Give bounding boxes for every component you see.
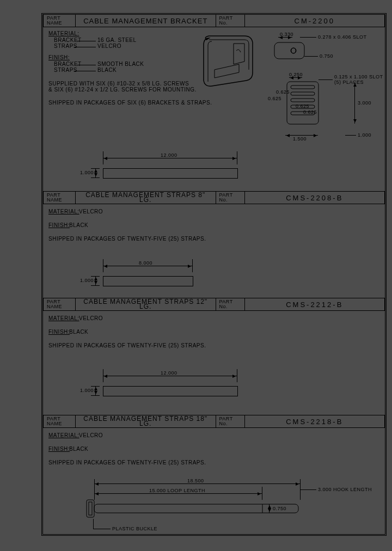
strap-rect: [103, 168, 238, 179]
finish-label: FINISH:: [48, 329, 70, 335]
part-number: CM-2200: [245, 15, 385, 27]
straps-label: STRAPS: [54, 43, 77, 49]
striph: 1.000: [80, 170, 94, 175]
leader: [300, 489, 316, 490]
dim-line: [289, 77, 302, 78]
material: VELCRO: [79, 432, 103, 438]
section-cms2218: PARTNAME CABLE MANAGEMENT STRAPS 18" LG.…: [43, 415, 385, 535]
leader: [93, 529, 111, 529]
tick: [262, 487, 262, 500]
fin-bracket: SMOOTH BLACK: [97, 61, 144, 67]
material-label: MATERIAL:: [48, 432, 79, 438]
dim-line: [103, 158, 237, 158]
material-label: MATERIAL:: [48, 30, 79, 36]
body: MATERIAL: VELCRO FINISH: BLACK SHIPPED I…: [43, 204, 385, 298]
svg-rect-6: [291, 99, 315, 102]
title-row: PARTNAME CABLE MANAGEMENT STRAPS 12" LG.…: [43, 298, 385, 311]
d0750: 0.750: [320, 53, 333, 59]
dim-line: [285, 135, 318, 136]
leader: [300, 37, 316, 38]
bracket-iso-icon: [193, 32, 264, 100]
leader: [345, 135, 356, 136]
leader: [75, 71, 96, 71]
part-name: CABLE MANAGEMENT STRAPS 8" LG.: [76, 192, 216, 204]
finish: BLACK: [69, 222, 88, 228]
leader: [318, 79, 333, 80]
d1500: 1.500: [293, 136, 307, 142]
tick: [192, 259, 193, 272]
d0625c: 0.625: [303, 109, 317, 115]
tick: [103, 369, 103, 382]
d0625d: 0.625: [296, 103, 309, 109]
striph: 1.000: [80, 388, 94, 393]
d0330: 0.330: [280, 32, 293, 37]
leader: [77, 65, 96, 65]
svg-rect-5: [291, 92, 315, 95]
dim-line-v: [95, 168, 96, 177]
striplen: 12.000: [161, 370, 177, 376]
fin-straps: BLACK: [97, 67, 117, 73]
svg-rect-2: [291, 48, 296, 53]
leader: [93, 519, 94, 529]
svg-rect-0: [274, 42, 304, 59]
striplen: 12.000: [161, 152, 177, 158]
dim-line-v: [95, 276, 96, 285]
tick: [103, 151, 103, 164]
d0625a: 0.625: [268, 96, 281, 101]
dplaces: (5) PLACES: [334, 79, 364, 85]
tick: [103, 259, 103, 272]
finish-label: FINISH:: [48, 54, 70, 60]
partno-header: PARTNo.: [216, 192, 245, 204]
straps-label: STRAPS: [54, 67, 77, 73]
mat-bracket: 16 GA. STEEL: [97, 37, 137, 43]
body: MATERIAL: VELCRO FINISH: BLACK SHIPPED I…: [43, 311, 385, 415]
svg-rect-3: [287, 82, 318, 124]
dim-line-v: [95, 386, 96, 395]
d3000: 3.000: [358, 100, 371, 106]
leader: [75, 47, 96, 47]
leader: [77, 41, 96, 41]
svg-rect-4: [291, 85, 315, 89]
body: MATERIAL: VELCRO FINISH: BLACK SHIPPED I…: [43, 428, 385, 534]
finish: BLACK: [69, 446, 88, 452]
dbuckle: PLASTIC BUCKLE: [112, 526, 157, 531]
tick: [91, 276, 100, 277]
partno-header: PARTNo.: [216, 15, 245, 27]
tick: [91, 386, 100, 387]
bracket-label: BRACKET: [54, 37, 82, 43]
supplied1: SUPPLIED WITH SIX (6) #10-32 x 5/8 LG. S…: [48, 81, 189, 87]
shipped: SHIPPED IN PACKAGES OF TWENTY-FIVE (25) …: [48, 460, 206, 466]
material-label: MATERIAL:: [48, 315, 79, 321]
dim-line: [103, 376, 237, 376]
dslot1: 0.278 x 0.406 SLOT: [318, 34, 367, 40]
material-label: MATERIAL:: [48, 209, 79, 215]
title-row: PARTNAME CABLE MANAGEMENT STRAPS 8" LG. …: [43, 192, 385, 204]
d1000: 1.000: [358, 132, 371, 138]
finish: BLACK: [69, 329, 88, 335]
part-number: CMS-2208-B: [245, 192, 385, 204]
striplen: 8.000: [139, 260, 152, 266]
tick: [237, 151, 237, 164]
dloop: 15.000 LOOP LENGTH: [149, 488, 205, 493]
partname-header: PARTNAME: [44, 15, 76, 27]
tick: [91, 395, 100, 396]
d18500: 18.500: [187, 478, 204, 483]
dim-line: [103, 266, 192, 266]
part-name: CABLE MANAGEMENT BRACKET: [76, 15, 216, 27]
dim-line: [94, 483, 300, 484]
mat-straps: VELCRO: [97, 43, 121, 49]
section-cms2212: PARTNAME CABLE MANAGEMENT STRAPS 12" LG.…: [43, 298, 385, 415]
dim-line-v: [354, 82, 355, 124]
strap-rect: [103, 276, 193, 286]
title-row: PARTNAME CABLE MANAGEMENT BRACKET PARTNo…: [43, 15, 385, 27]
section-cm2200: PARTNAME CABLE MANAGEMENT BRACKET PARTNo…: [43, 15, 385, 191]
dim-line-v: [269, 504, 270, 513]
tick: [91, 177, 100, 178]
partname-header: PARTNAME: [44, 298, 76, 310]
tick: [237, 369, 237, 382]
shipped: SHIPPED IN PACKAGES OF SIX (6) BRACKETS …: [48, 100, 212, 106]
shipped: SHIPPED IN PACKAGES OF TWENTY-FIVE (25) …: [48, 342, 206, 348]
tick: [91, 168, 100, 169]
partno-header: PARTNo.: [216, 415, 245, 427]
partname-header: PARTNAME: [44, 415, 76, 427]
